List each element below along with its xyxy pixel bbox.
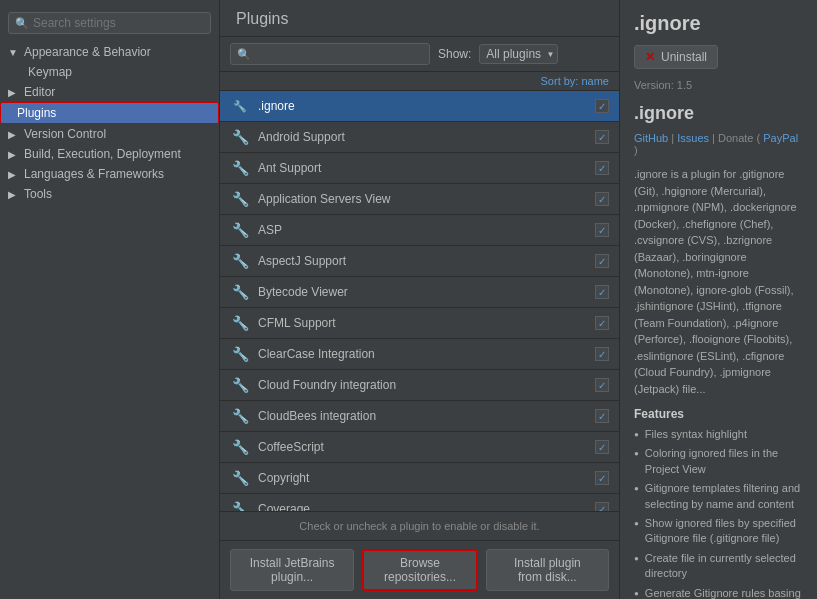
plugin-item-ignore[interactable]: 🔧 .ignore xyxy=(220,91,619,122)
plugin-checkbox-cloudbees[interactable] xyxy=(595,409,609,423)
github-link[interactable]: GitHub xyxy=(634,132,668,144)
show-label: Show: xyxy=(438,47,471,61)
version-text: Version: 1.5 xyxy=(634,79,803,91)
plugin-checkbox-cfml[interactable] xyxy=(595,316,609,330)
sort-bar: Sort by: name xyxy=(220,72,619,91)
sidebar-item-label: Build, Execution, Deployment xyxy=(24,147,181,161)
sidebar-item-label: Keymap xyxy=(28,65,72,79)
sidebar-item-keymap[interactable]: Keymap xyxy=(0,62,219,82)
sidebar-search-input[interactable] xyxy=(33,16,204,30)
detail-plugin-name: .ignore xyxy=(634,103,803,124)
plugin-item-cloud-foundry[interactable]: 🔧 Cloud Foundry integration xyxy=(220,370,619,401)
feature-item-5: Generate Gitignore rules basing on colle… xyxy=(634,586,803,599)
arrow-icon: ▶ xyxy=(8,169,20,180)
plugin-item-clearcase[interactable]: 🔧 ClearCase Integration xyxy=(220,339,619,370)
plugin-name-android: Android Support xyxy=(258,130,595,144)
plugin-item-android[interactable]: 🔧 Android Support xyxy=(220,122,619,153)
plugin-name-cloud-foundry: Cloud Foundry integration xyxy=(258,378,595,392)
plugin-name-coffeescript: CoffeeScript xyxy=(258,440,595,454)
footer-text: Check or uncheck a plugin to enable or d… xyxy=(299,520,539,532)
browse-repositories-button[interactable]: Browse repositories... xyxy=(362,549,478,591)
plugin-icon-android: 🔧 xyxy=(230,127,250,147)
plugin-checkbox-coffeescript[interactable] xyxy=(595,440,609,454)
links-row: GitHub | Issues | Donate ( PayPal ) xyxy=(634,132,803,156)
plugin-item-ant[interactable]: 🔧 Ant Support xyxy=(220,153,619,184)
uninstall-button[interactable]: ✕ Uninstall xyxy=(634,45,718,69)
plugin-name-bytecode: Bytecode Viewer xyxy=(258,285,595,299)
plugin-item-app-servers[interactable]: 🔧 Application Servers View xyxy=(220,184,619,215)
plugin-icon-cfml: 🔧 xyxy=(230,313,250,333)
plugin-checkbox-ant[interactable] xyxy=(595,161,609,175)
sidebar-item-tools[interactable]: ▶ Tools xyxy=(0,184,219,204)
plugin-item-coffeescript[interactable]: 🔧 CoffeeScript xyxy=(220,432,619,463)
right-panel: .ignore ✕ Uninstall Version: 1.5 .ignore… xyxy=(620,0,817,599)
sidebar-item-editor[interactable]: ▶ Editor xyxy=(0,82,219,102)
plugin-checkbox-clearcase[interactable] xyxy=(595,347,609,361)
center-toolbar: 🔍 Show: All plugins Enabled Disabled Bun… xyxy=(220,37,619,72)
plugin-item-coverage[interactable]: 🔧 Coverage xyxy=(220,494,619,511)
arrow-icon: ▶ xyxy=(8,189,20,200)
plugin-checkbox-coverage[interactable] xyxy=(595,502,609,511)
plugin-checkbox-app-servers[interactable] xyxy=(595,192,609,206)
plugin-name-cloudbees: CloudBees integration xyxy=(258,409,595,423)
plugin-checkbox-copyright[interactable] xyxy=(595,471,609,485)
x-icon: ✕ xyxy=(645,50,655,64)
install-jetbrains-button[interactable]: Install JetBrains plugin... xyxy=(230,549,354,591)
plugin-checkbox-aspectj[interactable] xyxy=(595,254,609,268)
plugin-icon-bytecode: 🔧 xyxy=(230,282,250,302)
plugin-icon-cloudbees: 🔧 xyxy=(230,406,250,426)
plugin-item-cloudbees[interactable]: 🔧 CloudBees integration xyxy=(220,401,619,432)
sidebar-item-label: Version Control xyxy=(24,127,106,141)
plugin-item-cfml[interactable]: 🔧 CFML Support xyxy=(220,308,619,339)
plugin-icon-ignore: 🔧 xyxy=(230,96,250,116)
plugin-item-bytecode[interactable]: 🔧 Bytecode Viewer xyxy=(220,277,619,308)
sidebar-item-plugins[interactable]: Plugins xyxy=(0,102,219,124)
issues-link[interactable]: Issues xyxy=(677,132,709,144)
plugin-checkbox-android[interactable] xyxy=(595,130,609,144)
plugin-checkbox-bytecode[interactable] xyxy=(595,285,609,299)
uninstall-label: Uninstall xyxy=(661,50,707,64)
plugin-name-cfml: CFML Support xyxy=(258,316,595,330)
plugin-icon-coffeescript: 🔧 xyxy=(230,437,250,457)
plugin-item-aspectj[interactable]: 🔧 AspectJ Support xyxy=(220,246,619,277)
center-panel: Plugins 🔍 Show: All plugins Enabled Disa… xyxy=(220,0,620,599)
sidebar-item-appearance[interactable]: ▼ Appearance & Behavior xyxy=(0,42,219,62)
sidebar-item-label: Appearance & Behavior xyxy=(24,45,151,59)
plugin-name-clearcase: ClearCase Integration xyxy=(258,347,595,361)
plugin-icon-ant: 🔧 xyxy=(230,158,250,178)
plugin-checkbox-asp[interactable] xyxy=(595,223,609,237)
search-icon: 🔍 xyxy=(237,48,251,61)
paypal-link[interactable]: PayPal xyxy=(763,132,798,144)
sidebar-item-build[interactable]: ▶ Build, Execution, Deployment xyxy=(0,144,219,164)
plugin-icon-aspectj: 🔧 xyxy=(230,251,250,271)
feature-item-3: Show ignored files by specified Gitignor… xyxy=(634,516,803,547)
plugin-name-asp: ASP xyxy=(258,223,595,237)
plugin-checkbox-ignore[interactable] xyxy=(595,99,609,113)
show-select[interactable]: All plugins Enabled Disabled Bundled Cus… xyxy=(479,44,558,64)
plugin-item-asp[interactable]: 🔧 ASP xyxy=(220,215,619,246)
sidebar-item-languages[interactable]: ▶ Languages & Frameworks xyxy=(0,164,219,184)
plugin-icon-asp: 🔧 xyxy=(230,220,250,240)
plugin-icon-app-servers: 🔧 xyxy=(230,189,250,209)
plugin-name-ignore: .ignore xyxy=(258,99,595,113)
donate-end: ) xyxy=(634,144,638,156)
plugin-item-copyright[interactable]: 🔧 Copyright xyxy=(220,463,619,494)
main-container: 🔍 ▼ Appearance & Behavior Keymap ▶ Edito… xyxy=(0,0,817,599)
sidebar-item-version-control[interactable]: ▶ Version Control xyxy=(0,124,219,144)
install-from-disk-button[interactable]: Install plugin from disk... xyxy=(486,549,609,591)
arrow-icon: ▼ xyxy=(8,47,20,58)
arrow-icon: ▶ xyxy=(8,149,20,160)
plugin-search-input[interactable] xyxy=(255,47,423,61)
center-footer: Check or uncheck a plugin to enable or d… xyxy=(220,511,619,540)
search-icon: 🔍 xyxy=(15,17,29,30)
plugin-checkbox-cloud-foundry[interactable] xyxy=(595,378,609,392)
plugin-icon-clearcase: 🔧 xyxy=(230,344,250,364)
plugin-name-coverage: Coverage xyxy=(258,502,595,511)
plugin-search-box[interactable]: 🔍 xyxy=(230,43,430,65)
feature-item-0: Files syntax highlight xyxy=(634,427,803,442)
sidebar-search[interactable]: 🔍 xyxy=(8,12,211,34)
detail-title: .ignore xyxy=(634,12,803,35)
plugin-icon-coverage: 🔧 xyxy=(230,499,250,511)
sort-link[interactable]: Sort by: name xyxy=(541,75,609,87)
show-select-wrapper[interactable]: All plugins Enabled Disabled Bundled Cus… xyxy=(479,44,558,64)
